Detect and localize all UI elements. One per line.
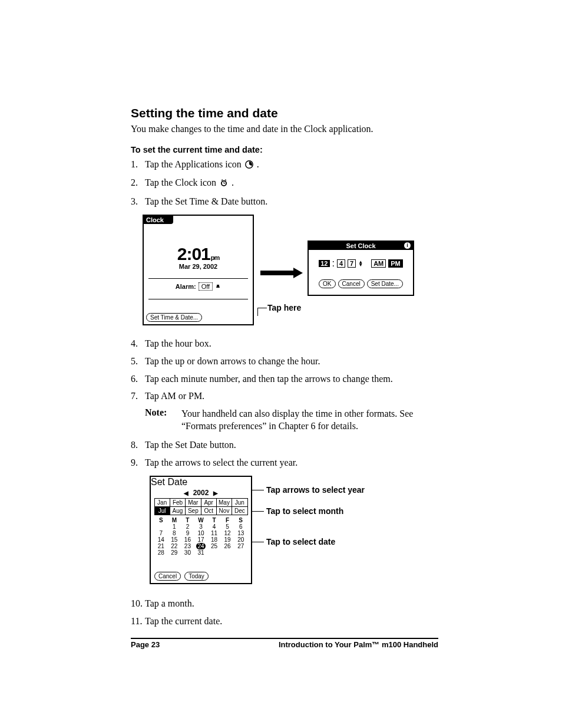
svg-rect-3 [260, 271, 293, 275]
minute-tens-box[interactable]: 4 [337, 259, 345, 268]
month-cell[interactable]: Nov [216, 506, 232, 515]
month-cell[interactable]: Jan [154, 498, 170, 507]
calendar-day[interactable]: 22 [168, 543, 181, 549]
year-next-icon[interactable]: ▶ [213, 490, 218, 496]
month-cell[interactable]: Sep [185, 506, 201, 515]
step-6: Tap each minute number, and then tap the… [131, 373, 438, 386]
calendar-day[interactable]: 11 [207, 530, 221, 536]
note-label: Note: [145, 407, 173, 433]
time-controls: 12 : 47 ▲▼ AMPM [309, 258, 413, 269]
set-date-titlebar: Set Date [151, 477, 251, 487]
calendar-day [234, 549, 247, 556]
set-clock-title: Set Clock [346, 242, 375, 249]
set-clock-titlebar: Set Clock i [309, 242, 413, 250]
pm-box[interactable]: PM [388, 259, 403, 268]
section-intro: You make changes to the time and date in… [131, 123, 438, 136]
minute-ones-box[interactable]: 7 [348, 259, 356, 268]
spinner-down-icon[interactable]: ▼ [358, 263, 363, 266]
calendar-day[interactable]: 20 [234, 536, 247, 543]
time-spinner[interactable]: ▲▼ [358, 261, 363, 266]
calendar-day[interactable]: 23 [181, 543, 194, 549]
month-cell[interactable]: Dec [232, 506, 247, 515]
calendar-day [154, 523, 168, 530]
callout-year: Tap arrows to select year [266, 485, 365, 495]
manual-page: Setting the time and date You make chang… [0, 0, 562, 728]
calendar-day[interactable]: 25 [207, 543, 221, 549]
calendar-day[interactable]: 12 [221, 530, 234, 536]
calendar-day[interactable]: 6 [234, 523, 247, 530]
step-text-end: . [257, 159, 259, 169]
month-cell[interactable]: Aug [170, 506, 186, 515]
calendar-day[interactable]: 3 [194, 523, 208, 530]
calendar-day[interactable]: 16 [181, 536, 194, 543]
calendar-day[interactable]: 31 [194, 549, 208, 556]
section-heading: Setting the time and date [131, 106, 438, 120]
calendar-day[interactable]: 10 [194, 530, 208, 536]
calendar-day[interactable]: 5 [221, 523, 234, 530]
calendar-day[interactable]: 2 [181, 523, 194, 530]
calendar-day[interactable]: 27 [234, 543, 247, 549]
calendar-day[interactable]: 30 [181, 549, 194, 556]
step-text: Tap the Clock icon [145, 177, 219, 187]
dow-cell: T [181, 517, 194, 523]
step-text: Tap the Applications icon [145, 159, 244, 169]
clock-titlebar: Clock [144, 216, 173, 224]
today-button[interactable]: Today [184, 572, 209, 581]
calendar-day [221, 549, 234, 556]
callout-line [257, 308, 267, 308]
step-text-end: . [232, 177, 234, 187]
calendar-day[interactable]: 24 [194, 543, 208, 549]
calendar-day[interactable]: 29 [168, 549, 181, 556]
year-prev-icon[interactable]: ◀ [184, 490, 189, 496]
callout-line [251, 542, 264, 542]
steps-list: Tap the hour box. Tap the up or down arr… [131, 337, 438, 402]
month-cell[interactable]: Mar [185, 498, 201, 507]
month-cell[interactable]: Jul [154, 506, 170, 515]
calendar-day[interactable]: 15 [168, 536, 181, 543]
calendar-day[interactable]: 14 [154, 536, 168, 543]
calendar-row: 123456 [154, 523, 247, 530]
selected-day[interactable]: 24 [196, 543, 206, 549]
callout-line [257, 308, 258, 316]
info-icon[interactable]: i [404, 242, 411, 249]
calendar-day[interactable]: 18 [207, 536, 221, 543]
set-clock-screen: Set Clock i 12 : 47 ▲▼ AMPM OK Cancel Se… [308, 241, 414, 296]
calendar-day[interactable]: 4 [207, 523, 221, 530]
year-selector: ◀ 2002 ▶ [151, 489, 251, 497]
month-cell[interactable]: Apr [201, 498, 217, 507]
calendar-day[interactable]: 17 [194, 536, 208, 543]
calendar-day[interactable]: 13 [234, 530, 247, 536]
step-10: Tap a month. [131, 597, 438, 610]
set-date-button[interactable]: Set Date... [367, 279, 403, 288]
calendar-day[interactable]: 28 [154, 549, 168, 556]
alarm-value-box[interactable]: Off [199, 282, 213, 291]
month-cell[interactable]: May [216, 498, 232, 507]
calendar-day[interactable]: 1 [168, 523, 181, 530]
figure-clock-and-setclock: Clock 2:01pm Mar 29, 2002 Alarm: Off Set… [143, 215, 438, 327]
cancel-button[interactable]: Cancel [338, 279, 365, 288]
divider [148, 299, 248, 299]
hour-box[interactable]: 12 [319, 260, 329, 267]
step-3: Tap the Set Time & Date button. [131, 195, 438, 208]
cancel-button[interactable]: Cancel [154, 572, 181, 581]
month-cell[interactable]: Feb [170, 498, 186, 507]
steps-list: Tap a month. Tap the current date. [131, 597, 438, 627]
set-date-buttons: Cancel Today [154, 572, 209, 581]
calendar-day[interactable]: 8 [168, 530, 181, 536]
step-2: Tap the Clock icon . [131, 176, 438, 190]
footer-rule [131, 638, 438, 639]
calendar-day[interactable]: 26 [221, 543, 234, 549]
time-colon: : [332, 258, 335, 269]
calendar-day[interactable]: 21 [154, 543, 168, 549]
calendar-day[interactable]: 7 [154, 530, 168, 536]
set-time-date-button[interactable]: Set Time & Date... [146, 313, 202, 322]
month-cell[interactable]: Oct [201, 506, 217, 515]
am-box[interactable]: AM [371, 259, 386, 268]
calendar-day[interactable]: 9 [181, 530, 194, 536]
calendar-day[interactable]: 19 [221, 536, 234, 543]
calendar-row: 28293031 [154, 549, 247, 556]
callout-month: Tap to select month [266, 506, 343, 516]
month-cell[interactable]: Jun [232, 498, 247, 507]
ok-button[interactable]: OK [319, 279, 335, 288]
dow-cell: S [154, 517, 168, 523]
